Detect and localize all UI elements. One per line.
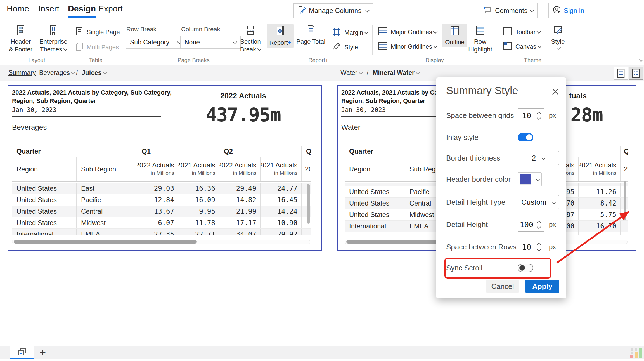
canvas-theme-button[interactable]: Canvas xyxy=(503,41,541,52)
minor-gridlines-icon xyxy=(378,41,388,52)
margin-label: Margin xyxy=(344,29,368,36)
comments-button[interactable]: Comments xyxy=(479,3,538,18)
minor-gridlines-button[interactable]: Minor Gridlines xyxy=(378,41,437,52)
vertical-scrollbar-thumb[interactable] xyxy=(307,184,310,224)
sign-in-button[interactable]: Sign in xyxy=(548,3,588,18)
page-tab-icon xyxy=(17,348,27,356)
enterprise-themes-label-2: Themes xyxy=(40,46,67,53)
comments-label: Comments xyxy=(495,7,527,15)
category-label: Beverages xyxy=(12,123,47,132)
manage-columns-button[interactable]: Manage Columns xyxy=(293,3,373,18)
minor-gridlines-label: Minor Gridlines xyxy=(391,43,437,50)
active-page-tab-indicator xyxy=(10,358,34,359)
color-swatch xyxy=(520,174,531,185)
card-date: Jan 30, 2023 xyxy=(12,106,56,113)
metric-label-fragment: tuals xyxy=(569,92,625,100)
pivot-table-beverages: Quarter Q1 Q2 Q Region Sub Region 2022 A… xyxy=(12,146,311,235)
horizontal-scrollbar-thumb[interactable] xyxy=(14,240,197,244)
metric-label: 2022 Actuals xyxy=(165,92,321,100)
row-highlight-button[interactable]: Row Highlight xyxy=(467,25,493,53)
region-header: Region xyxy=(345,157,405,181)
breadcrumb-mineral-water[interactable]: Mineral Water xyxy=(373,69,419,77)
ribbon-separator xyxy=(264,25,264,55)
inlay-style-toggle[interactable] xyxy=(518,133,533,141)
single-page-icon xyxy=(75,27,84,37)
outline-button[interactable]: Outline xyxy=(442,24,467,47)
collapse-ribbon-chevron[interactable] xyxy=(639,58,643,62)
header-border-color-picker[interactable] xyxy=(518,172,542,186)
toolbar-theme-button[interactable]: Toolbar xyxy=(503,27,540,37)
header-footer-button[interactable]: Header & Footer xyxy=(7,25,34,53)
report-card-beverages: 2022 Actuals, 2021 Actuals by Category, … xyxy=(8,85,322,251)
detail-height-type-dropdown[interactable]: Custom xyxy=(518,195,559,209)
space-between-grids-row: Space between grids 10 px xyxy=(446,108,558,123)
column-header-row: Region Sub Region 2022 Actualsin Million… xyxy=(12,157,311,182)
stepper-arrows[interactable] xyxy=(535,221,544,228)
horizontal-scrollbar[interactable] xyxy=(12,240,310,244)
margin-button[interactable]: Margin xyxy=(332,27,368,39)
section-break-button[interactable]: Section Break xyxy=(238,25,263,53)
row-break-value: Sub Category xyxy=(130,39,169,46)
page-total-label: Page Total xyxy=(296,38,325,46)
category-label: Water xyxy=(341,123,360,132)
q3-group-header: Q xyxy=(301,146,311,157)
close-icon[interactable] xyxy=(551,88,560,96)
border-thickness-label: Border thickness xyxy=(446,154,500,162)
style-pen-icon xyxy=(552,25,564,38)
header-footer-icon xyxy=(15,25,26,38)
major-gridlines-button[interactable]: Major Gridlines xyxy=(378,27,437,37)
comments-icon xyxy=(483,5,492,16)
detail-height-stepper[interactable]: 100 xyxy=(518,218,544,232)
tab-export[interactable]: Export xyxy=(98,4,123,13)
two-column-view-button[interactable] xyxy=(629,67,643,80)
stepper-arrows[interactable] xyxy=(535,243,544,251)
column-break-label: Column Break xyxy=(181,26,220,33)
q3-group-header: Q xyxy=(620,146,628,157)
measure-header: 2022 Actualsin Millions xyxy=(219,157,260,181)
page-tab[interactable] xyxy=(10,346,34,358)
report-style-button[interactable]: Style xyxy=(332,41,358,53)
report-plus-label: Report+ xyxy=(269,39,292,47)
space-between-grids-stepper[interactable]: 10 xyxy=(518,108,544,122)
add-page-button[interactable]: + xyxy=(36,346,49,359)
unit-label: px xyxy=(549,112,556,119)
person-icon xyxy=(553,6,561,16)
breadcrumb-summary[interactable]: Summary xyxy=(8,69,36,77)
chevron-down-icon xyxy=(63,47,68,51)
chevron-down-icon xyxy=(103,70,107,75)
tab-home[interactable]: Home xyxy=(7,4,29,13)
section-break-icon xyxy=(245,25,256,38)
row-break-select[interactable]: Sub Category xyxy=(126,36,185,49)
ribbon: Home Insert Design Export Header & Foote… xyxy=(0,0,644,65)
stepper-arrows[interactable] xyxy=(535,112,544,119)
single-page-button[interactable]: Single Page xyxy=(75,27,120,37)
theme-style-button[interactable]: Style xyxy=(547,25,569,49)
inlay-style-label: Inlay style xyxy=(446,133,479,142)
report-plus-button[interactable]: Report+ xyxy=(267,24,294,48)
apply-button[interactable]: Apply xyxy=(525,280,559,293)
section-break-label-2: Break xyxy=(240,46,261,53)
page-total-button[interactable]: Page Total xyxy=(294,25,328,46)
column-break-value: None xyxy=(184,39,200,46)
border-thickness-dropdown[interactable]: 2 xyxy=(518,151,559,165)
multi-pages-label: Multi Pages xyxy=(87,44,119,51)
column-break-select[interactable]: None xyxy=(180,36,241,49)
tab-insert[interactable]: Insert xyxy=(38,4,59,13)
page-tabs-bar: + xyxy=(0,346,644,359)
breadcrumb-water[interactable]: Water xyxy=(340,69,362,77)
vertical-scrollbar-thumb[interactable] xyxy=(624,181,626,220)
canvas-icon xyxy=(503,41,513,52)
tab-design[interactable]: Design xyxy=(68,4,96,18)
corner-header: Quarter xyxy=(12,146,137,157)
breadcrumb-juices[interactable]: Juices xyxy=(82,69,106,77)
enterprise-themes-icon xyxy=(48,25,59,38)
multi-pages-button[interactable]: Multi Pages xyxy=(75,42,119,53)
cancel-button[interactable]: Cancel xyxy=(486,280,519,293)
report-style-label: Style xyxy=(344,44,358,51)
enterprise-themes-button[interactable]: Enterprise Themes xyxy=(37,25,70,53)
chevron-down-icon xyxy=(530,8,534,12)
space-between-rows-stepper[interactable]: 10 xyxy=(518,240,544,254)
major-gridlines-label: Major Gridlines xyxy=(391,29,437,36)
breadcrumb-beverages[interactable]: Beverages xyxy=(39,69,75,77)
single-column-view-button[interactable] xyxy=(614,67,628,80)
